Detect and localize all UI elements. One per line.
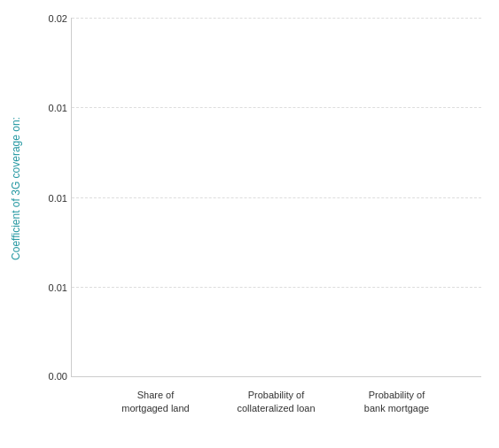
chart-area: 0.02 0.01 0.01 0.01 0.00 [71, 18, 481, 377]
y-tick-0.02: 0.02 [32, 13, 67, 24]
x-label-3: Probability of bank mortgage [353, 389, 441, 416]
y-tick-0.005: 0.01 [32, 282, 67, 293]
x-label-2: Probability of collateralized loan [228, 389, 325, 416]
y-tick-0.015: 0.01 [32, 103, 67, 113]
chart-wrapper: Coefficient of 3G coverage on: 0.02 0.01… [0, 0, 499, 448]
x-labels: Share of mortgaged land Probability of c… [71, 382, 481, 448]
bars-container [72, 18, 481, 376]
y-axis-label: Coefficient of 3G coverage on: [10, 117, 22, 260]
x-label-1: Share of mortgaged land [112, 389, 200, 416]
y-tick-0.00: 0.00 [32, 371, 67, 382]
y-tick-0.01: 0.01 [32, 193, 67, 204]
